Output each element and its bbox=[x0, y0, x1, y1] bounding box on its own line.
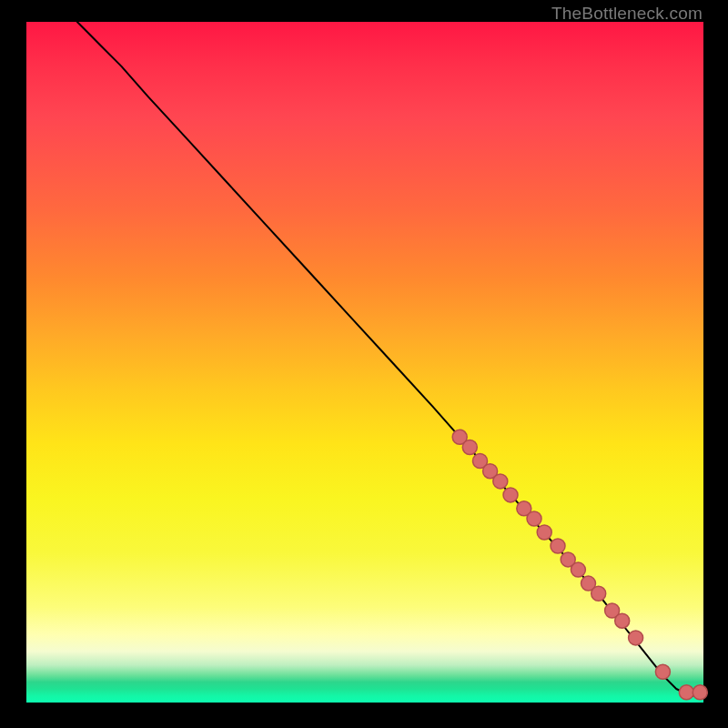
chart-overlay bbox=[26, 22, 703, 703]
data-point bbox=[537, 525, 551, 540]
data-point bbox=[527, 511, 541, 526]
data-point bbox=[629, 631, 643, 645]
data-point bbox=[655, 664, 670, 679]
data-point bbox=[503, 488, 518, 502]
data-point bbox=[592, 586, 606, 601]
data-point bbox=[615, 613, 630, 628]
attribution-label: TheBottleneck.com bbox=[551, 4, 703, 24]
data-point bbox=[571, 562, 585, 577]
scatter-points bbox=[452, 430, 707, 700]
data-point bbox=[679, 685, 693, 700]
bottleneck-curve bbox=[77, 22, 703, 696]
data-point bbox=[493, 474, 508, 489]
chart-frame: TheBottleneck.com bbox=[0, 0, 728, 728]
data-point bbox=[693, 685, 707, 700]
data-point bbox=[551, 539, 565, 553]
data-point bbox=[462, 440, 477, 455]
